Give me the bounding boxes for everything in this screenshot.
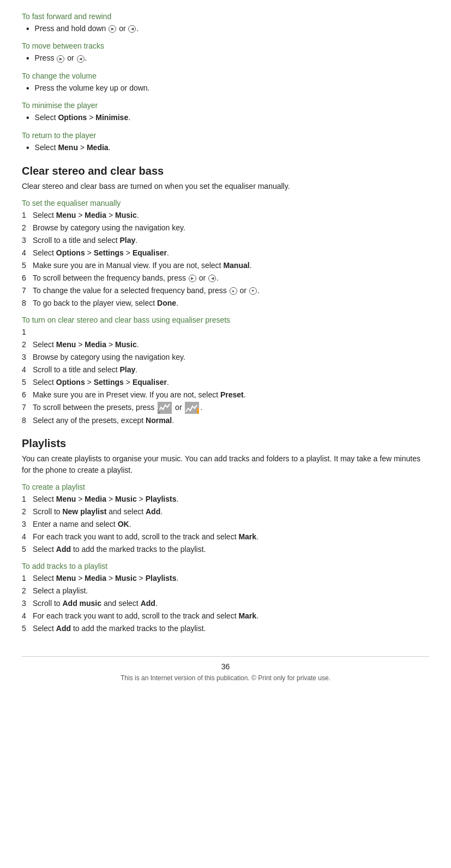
clear-num-6: 6: [22, 389, 33, 401]
eq-text-1: Select Menu > Media > Music.: [33, 210, 429, 221]
set-equaliser-list: 1 Select Menu > Media > Music. 2 Browse …: [22, 210, 429, 309]
cp-num-3: 3: [22, 519, 33, 530]
eq-num-4: 4: [22, 247, 33, 259]
eq-num-8: 8: [22, 298, 33, 309]
add-tracks-heading: To add tracks to a playlist: [22, 562, 429, 570]
eq-num-5: 5: [22, 260, 33, 271]
clear-num-5: 5: [22, 377, 33, 388]
eq-step-2: 2 Browse by category using the navigatio…: [22, 222, 429, 234]
fast-forward-section: To fast forward and rewind • Press and h…: [22, 12, 429, 35]
clear-num-4: 4: [22, 364, 33, 376]
cp-text-3: Enter a name and select OK.: [33, 519, 429, 530]
turn-on-clear-list: 1 2 Select Menu > Media > Music. 3 Brows…: [22, 326, 429, 426]
return-player-heading: To return to the player: [22, 131, 429, 140]
eq-text-7: To change the value for a selected frequ…: [33, 285, 429, 296]
options-bold: Options: [58, 113, 87, 122]
add-tracks-section: To add tracks to a playlist 1 Select Men…: [22, 562, 429, 634]
eq-text-4: Select Options > Settings > Equaliser.: [33, 247, 429, 259]
move-tracks-section: To move between tracks • Press or .: [22, 41, 429, 64]
bullet-dot-2: •: [26, 52, 29, 64]
page-number: 36: [22, 662, 429, 671]
cp-num-5: 5: [22, 544, 33, 555]
playlists-desc: You can create playlists to organise you…: [22, 453, 429, 476]
fast-forward-text: Press and hold down or .: [35, 23, 139, 34]
at-num-1: 1: [22, 573, 33, 584]
clear-step-7: 7 To scroll between the presets, press o…: [22, 402, 429, 414]
cp-text-4: For each track you want to add, scroll t…: [33, 531, 429, 543]
cp-step-4: 4 For each track you want to add, scroll…: [22, 531, 429, 543]
eq-step-6: 6 To scroll between the frequency bands,…: [22, 272, 429, 284]
turn-on-clear-heading: To turn on clear stereo and clear bass u…: [22, 316, 429, 324]
eq-text-2: Browse by category using the navigation …: [33, 222, 429, 234]
eq-num-2: 2: [22, 222, 33, 234]
change-volume-heading: To change the volume: [22, 72, 429, 80]
preset-icon-right: [185, 402, 199, 414]
nav-right-icon-2: [57, 55, 64, 63]
at-num-5: 5: [22, 623, 33, 634]
clear-stereo-heading: Clear stereo and clear bass: [22, 165, 429, 177]
clear-num-1: 1: [22, 326, 33, 338]
at-text-2: Select a playlist.: [33, 585, 429, 597]
clear-stereo-desc: Clear stereo and clear bass are turned o…: [22, 181, 429, 192]
playlists-section: Playlists You can create playlists to or…: [22, 437, 429, 476]
at-num-2: 2: [22, 585, 33, 597]
eq-text-5: Make sure you are in Manual view. If you…: [33, 260, 429, 271]
create-playlist-list: 1 Select Menu > Media > Music > Playlist…: [22, 494, 429, 555]
cp-text-2: Scroll to New playlist and select Add.: [33, 506, 429, 518]
minimise-heading: To minimise the player: [22, 101, 429, 110]
move-tracks-text: Press or .: [35, 52, 87, 64]
clear-step-5: 5 Select Options > Settings > Equaliser.: [22, 377, 429, 388]
move-tracks-bullet: • Press or .: [26, 52, 429, 64]
cp-num-2: 2: [22, 506, 33, 518]
eq-step-7: 7 To change the value for a selected fre…: [22, 285, 429, 296]
nav-left-icon-2: [77, 55, 85, 63]
fast-forward-bullet: • Press and hold down or .: [26, 23, 429, 35]
change-volume-section: To change the volume • Press the volume …: [22, 72, 429, 94]
add-tracks-list: 1 Select Menu > Media > Music > Playlist…: [22, 573, 429, 634]
cp-num-1: 1: [22, 494, 33, 505]
minimise-bullet: • Select Options > Minimise.: [26, 112, 429, 124]
change-volume-bullet: • Press the volume key up or down.: [26, 82, 429, 94]
bullet-dot-3: •: [26, 82, 29, 94]
cp-step-5: 5 Select Add to add the marked tracks to…: [22, 544, 429, 555]
clear-text-5: Select Options > Settings > Equaliser.: [33, 377, 429, 388]
move-tracks-heading: To move between tracks: [22, 41, 429, 50]
clear-step-2: 2 Select Menu > Media > Music.: [22, 339, 429, 350]
cp-step-1: 1 Select Menu > Media > Music > Playlist…: [22, 494, 429, 505]
clear-num-2: 2: [22, 339, 33, 350]
clear-num-3: 3: [22, 352, 33, 363]
bullet-dot-5: •: [26, 142, 29, 154]
set-equaliser-heading: To set the equaliser manually: [22, 199, 429, 207]
nav-down-icon: [249, 287, 257, 295]
nav-left-icon: [128, 25, 136, 33]
clear-step-6: 6 Make sure you are in Preset view. If y…: [22, 389, 429, 401]
eq-step-4: 4 Select Options > Settings > Equaliser.: [22, 247, 429, 259]
return-player-text: Select Menu > Media.: [35, 142, 111, 153]
clear-step-8: 8 Select any of the presets, except Norm…: [22, 415, 429, 426]
minimise-text: Select Options > Minimise.: [35, 112, 130, 123]
bullet-dot-4: •: [26, 112, 29, 124]
return-player-section: To return to the player • Select Menu > …: [22, 131, 429, 154]
footer-copyright: This is an Internet version of this publ…: [22, 674, 429, 682]
cp-text-5: Select Add to add the marked tracks to t…: [33, 544, 429, 555]
clear-text-6: Make sure you are in Preset view. If you…: [33, 389, 429, 401]
at-step-3: 3 Scroll to Add music and select Add.: [22, 598, 429, 609]
at-step-4: 4 For each track you want to add, scroll…: [22, 610, 429, 622]
return-player-bullet: • Select Menu > Media.: [26, 142, 429, 154]
eq-step-1: 1 Select Menu > Media > Music.: [22, 210, 429, 221]
clear-text-3: Browse by category using the navigation …: [33, 352, 429, 363]
nav-right-icon: [109, 25, 116, 33]
nav-right-icon-3: [189, 275, 196, 282]
clear-text-2: Select Menu > Media > Music.: [33, 339, 429, 350]
cp-text-1: Select Menu > Media > Music > Playlists.: [33, 494, 429, 505]
eq-text-8: To go back to the player view, select Do…: [33, 298, 429, 309]
clear-step-3: 3 Browse by category using the navigatio…: [22, 352, 429, 363]
create-playlist-heading: To create a playlist: [22, 483, 429, 491]
change-volume-text: Press the volume key up or down.: [35, 82, 150, 94]
eq-step-8: 8 To go back to the player view, select …: [22, 298, 429, 309]
eq-text-6: To scroll between the frequency bands, p…: [33, 272, 429, 284]
eq-step-3: 3 Scroll to a title and select Play.: [22, 235, 429, 246]
playlists-heading: Playlists: [22, 437, 429, 450]
cp-step-3: 3 Enter a name and select OK.: [22, 519, 429, 530]
cp-num-4: 4: [22, 531, 33, 543]
